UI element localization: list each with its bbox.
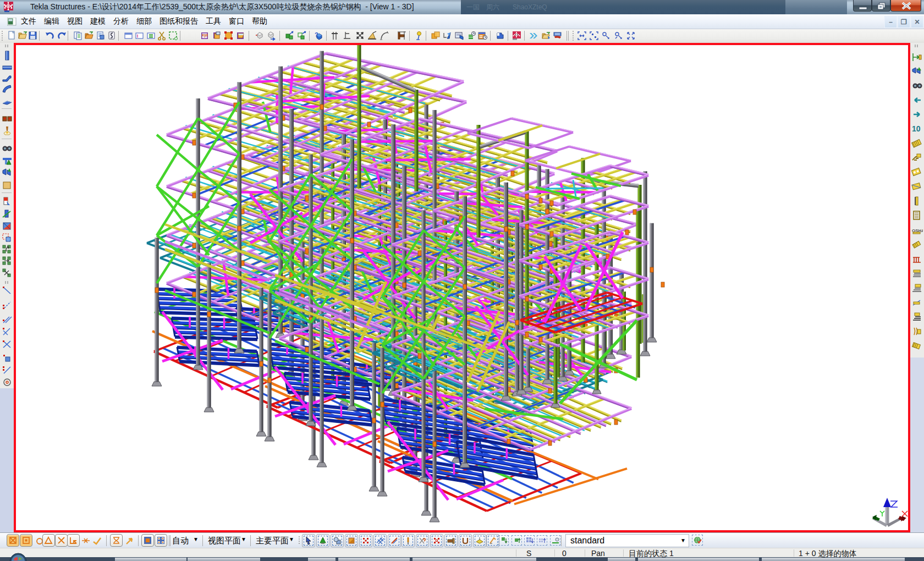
svg-text:xyz: xyz xyxy=(202,33,208,37)
svg-text:10: 10 xyxy=(912,124,921,133)
